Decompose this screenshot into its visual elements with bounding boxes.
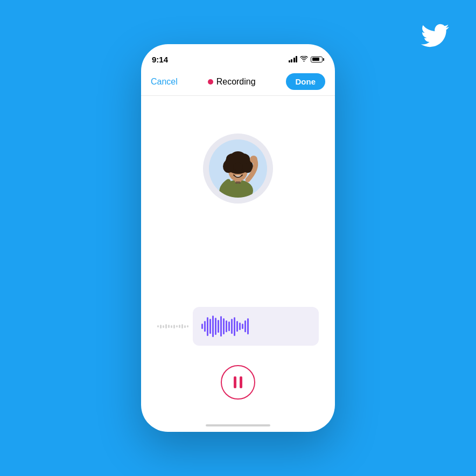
toolbar: Cancel Recording Done (141, 68, 335, 96)
avatar-section (203, 134, 273, 204)
svg-point-10 (250, 156, 257, 163)
phone-frame: 9:14 (141, 44, 335, 432)
status-icons (289, 55, 325, 64)
battery-icon (311, 57, 324, 62)
wifi-icon (300, 55, 308, 64)
status-time: 9:14 (152, 55, 168, 64)
waveform-section (141, 307, 335, 346)
pause-button[interactable] (221, 365, 255, 400)
waveform-box (193, 307, 319, 346)
svg-point-9 (230, 151, 246, 162)
phone-notch (203, 44, 273, 59)
home-indicator (206, 424, 270, 426)
cancel-button[interactable]: Cancel (151, 77, 178, 87)
done-button[interactable]: Done (286, 73, 326, 90)
avatar (209, 139, 267, 198)
waveform-left (157, 324, 188, 328)
svg-rect-11 (235, 181, 241, 184)
signal-bars-icon (289, 56, 298, 62)
phone-content (141, 96, 335, 432)
avatar-wrapper (203, 134, 273, 204)
twitter-logo (421, 22, 449, 56)
recording-dot-icon (208, 79, 213, 85)
recording-status: Recording (208, 77, 256, 87)
pause-icon (234, 376, 242, 388)
